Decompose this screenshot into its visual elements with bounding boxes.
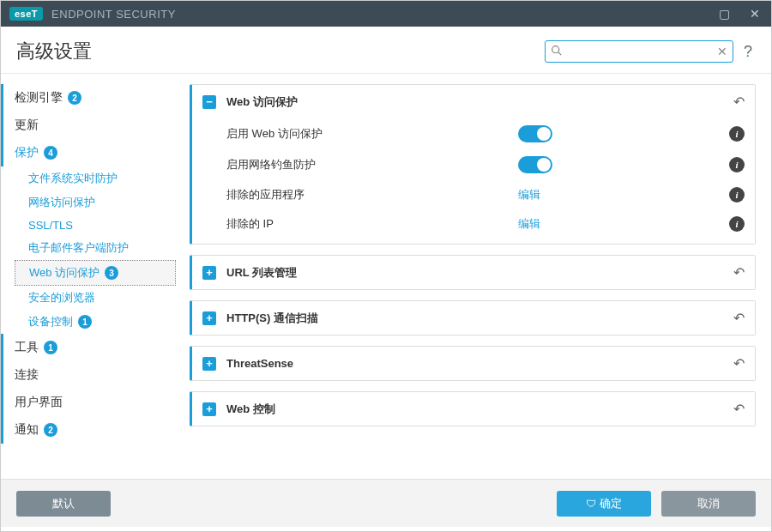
sidebar: 检测引擎 2 更新 保护 4 文件系统实时防护 网络访问保护 SSL/TLS 电… — [1, 74, 181, 479]
panel-header-url-list[interactable]: + URL 列表管理 ↶ — [192, 256, 755, 289]
row-enable-phish: 启用网络钓鱼防护 i — [226, 149, 745, 180]
sidebar-item-label: 用户界面 — [15, 395, 63, 410]
panel-threatsense: + ThreatSense ↶ — [190, 346, 756, 381]
panel-title: ThreatSense — [226, 357, 293, 370]
help-icon[interactable]: ? — [740, 43, 756, 61]
panel-title: Web 控制 — [226, 402, 275, 417]
sidebar-item-update[interactable]: 更新 — [1, 112, 176, 139]
search-wrap: ✕ ? — [545, 40, 756, 63]
panel-https-scan: + HTTP(S) 通信扫描 ↶ — [190, 300, 756, 336]
collapse-icon[interactable]: − — [202, 95, 216, 109]
search-icon — [551, 45, 562, 58]
titlebar: eseT ENDPOINT SECURITY ▢ ✕ — [1, 1, 771, 27]
sidebar-item-label: 连接 — [15, 367, 39, 383]
sidebar-sub-protection: 文件系统实时防护 网络访问保护 SSL/TLS 电子邮件客户端防护 Web 访问… — [1, 166, 176, 334]
search-input[interactable] — [566, 41, 712, 62]
sidebar-item-detection[interactable]: 检测引擎 2 — [1, 84, 176, 112]
default-button[interactable]: 默认 — [16, 491, 111, 517]
panel-title: URL 列表管理 — [226, 265, 297, 281]
setting-label: 排除的 IP — [226, 216, 518, 232]
sidebar-item-notify[interactable]: 通知 2 — [1, 416, 176, 444]
panel-header-web-control[interactable]: + Web 控制 ↶ — [192, 392, 755, 426]
revert-icon[interactable]: ↶ — [733, 401, 745, 417]
sidebar-item-label: 更新 — [15, 118, 39, 133]
sidebar-item-email[interactable]: 电子邮件客户端防护 — [15, 236, 176, 260]
sidebar-item-browser[interactable]: 安全的浏览器 — [15, 286, 176, 310]
panel-web-control: + Web 控制 ↶ — [190, 391, 756, 426]
badge: 1 — [78, 315, 92, 329]
panel-header-threatsense[interactable]: + ThreatSense ↶ — [192, 347, 755, 380]
info-icon[interactable]: i — [729, 157, 745, 172]
clear-icon[interactable]: ✕ — [717, 45, 727, 58]
panel-title: HTTP(S) 通信扫描 — [226, 311, 318, 326]
panel-url-list: + URL 列表管理 ↶ — [190, 255, 756, 290]
sidebar-item-label: 电子邮件客户端防护 — [28, 240, 129, 256]
info-icon[interactable]: i — [729, 216, 745, 232]
maximize-icon[interactable]: ▢ — [713, 3, 735, 25]
header-row: 高级设置 ✕ ? — [1, 27, 771, 74]
badge: 3 — [105, 266, 118, 280]
sidebar-item-label: 文件系统实时防护 — [28, 171, 118, 186]
panel-body-web-protect: 启用 Web 访问保护 i 启用网络钓鱼防护 i 排除的应用程序 编辑 i 排除… — [192, 118, 755, 244]
toggle-enable-web[interactable] — [518, 125, 552, 142]
expand-icon[interactable]: + — [202, 402, 216, 416]
expand-icon[interactable]: + — [202, 266, 216, 280]
revert-icon[interactable]: ↶ — [733, 355, 745, 372]
sidebar-item-ssltls[interactable]: SSL/TLS — [15, 215, 176, 236]
sidebar-item-tools[interactable]: 工具 1 — [1, 334, 176, 361]
sidebar-item-web[interactable]: Web 访问保护 3 — [15, 260, 176, 286]
sidebar-item-ui[interactable]: 用户界面 — [1, 389, 176, 416]
sidebar-item-label: 设备控制 — [28, 314, 73, 329]
footer: 默认 🛡 确定 取消 — [1, 479, 771, 527]
row-enable-web: 启用 Web 访问保护 i — [226, 118, 745, 149]
sidebar-item-label: 保护 — [15, 145, 39, 160]
revert-icon[interactable]: ↶ — [733, 310, 745, 326]
sidebar-item-network[interactable]: 网络访问保护 — [15, 190, 176, 215]
expand-icon[interactable]: + — [202, 357, 216, 371]
badge: 1 — [44, 341, 57, 354]
sidebar-item-connect[interactable]: 连接 — [1, 361, 176, 389]
sidebar-item-filesystem[interactable]: 文件系统实时防护 — [15, 166, 176, 190]
search-box[interactable]: ✕ — [545, 40, 733, 63]
page-title: 高级设置 — [16, 39, 92, 64]
ok-button[interactable]: 🛡 确定 — [557, 491, 651, 517]
sidebar-item-label: 网络访问保护 — [28, 195, 95, 210]
revert-icon[interactable]: ↶ — [733, 264, 745, 281]
cancel-button[interactable]: 取消 — [661, 491, 756, 517]
setting-label: 排除的应用程序 — [226, 187, 518, 203]
panel-header-https-scan[interactable]: + HTTP(S) 通信扫描 ↶ — [192, 301, 755, 335]
expand-icon[interactable]: + — [202, 311, 216, 325]
svg-line-1 — [558, 52, 561, 55]
footer-right: 🛡 确定 取消 — [557, 491, 756, 517]
row-excl-apps: 排除的应用程序 编辑 i — [226, 180, 745, 209]
edit-link-ip[interactable]: 编辑 — [518, 217, 540, 230]
badge: 4 — [44, 146, 57, 160]
badge: 2 — [44, 423, 57, 437]
sidebar-item-label: SSL/TLS — [28, 219, 73, 232]
row-excl-ip: 排除的 IP 编辑 i — [226, 209, 745, 239]
revert-icon[interactable]: ↶ — [733, 94, 745, 110]
close-icon[interactable]: ✕ — [744, 3, 766, 25]
info-icon[interactable]: i — [729, 126, 745, 142]
toggle-enable-phish[interactable] — [518, 156, 552, 173]
setting-label: 启用网络钓鱼防护 — [226, 157, 518, 172]
sidebar-item-label: 工具 — [15, 340, 39, 355]
sidebar-item-label: Web 访问保护 — [29, 265, 100, 281]
shield-icon: 🛡 — [586, 498, 596, 510]
sidebar-item-protection[interactable]: 保护 4 — [1, 139, 176, 166]
panel-web-protect: − Web 访问保护 ↶ 启用 Web 访问保护 i 启用网络钓鱼防护 i 排除… — [190, 84, 756, 245]
panel-header-web-protect[interactable]: − Web 访问保护 ↶ — [192, 85, 755, 118]
info-icon[interactable]: i — [729, 187, 745, 203]
window-controls: ▢ ✕ — [713, 3, 766, 25]
content: − Web 访问保护 ↶ 启用 Web 访问保护 i 启用网络钓鱼防护 i 排除… — [181, 74, 771, 479]
brand-text: ENDPOINT SECURITY — [51, 8, 176, 21]
sidebar-item-device[interactable]: 设备控制 1 — [15, 310, 176, 334]
setting-label: 启用 Web 访问保护 — [226, 126, 518, 142]
panel-title: Web 访问保护 — [226, 94, 298, 110]
svg-point-0 — [552, 46, 559, 53]
brand-badge: eseT — [9, 7, 43, 21]
sidebar-item-label: 检测引擎 — [15, 90, 63, 106]
sidebar-item-label: 安全的浏览器 — [28, 290, 95, 305]
ok-label: 确定 — [600, 496, 622, 511]
edit-link-apps[interactable]: 编辑 — [518, 188, 540, 201]
